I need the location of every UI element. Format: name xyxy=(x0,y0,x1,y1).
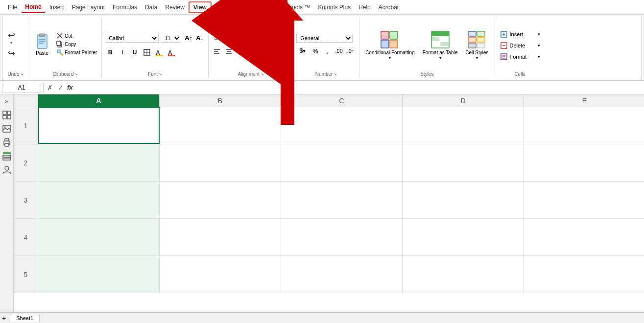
column-header-B[interactable]: B xyxy=(160,94,281,107)
cell-reference-box[interactable]: A1 xyxy=(2,83,41,92)
wrap-text-button[interactable]: Wrap Text xyxy=(259,32,276,43)
font-size-decrease-button[interactable]: A↓ xyxy=(194,33,205,44)
side-print-icon[interactable] xyxy=(2,138,12,147)
menu-review[interactable]: Review xyxy=(161,2,188,12)
cell-A4[interactable] xyxy=(38,219,160,255)
align-top-button[interactable] xyxy=(212,32,222,43)
cell-D4[interactable] xyxy=(403,219,524,255)
paste-button[interactable]: Paste xyxy=(32,32,52,57)
row-number-1[interactable]: 1 xyxy=(14,107,38,144)
cell-E5[interactable] xyxy=(524,256,644,293)
menu-acrobat[interactable]: Acrobat xyxy=(375,2,403,12)
redo-button[interactable]: ↪ xyxy=(5,47,17,60)
sheet-tab-1[interactable]: Sheet1 xyxy=(10,314,40,322)
cell-C5[interactable] xyxy=(281,256,403,293)
formula-input[interactable] xyxy=(76,84,642,92)
cell-E4[interactable] xyxy=(524,219,644,255)
column-header-C[interactable]: C xyxy=(281,94,403,107)
cell-A2[interactable] xyxy=(38,144,160,181)
format-cells-button[interactable]: Format ▾ xyxy=(498,52,542,62)
font-expand-icon[interactable]: ↘ xyxy=(159,72,162,76)
font-size-increase-button[interactable]: A↑ xyxy=(183,33,194,44)
add-sheet-button[interactable]: + xyxy=(2,314,6,322)
text-direction-button[interactable]: ↗ xyxy=(247,32,258,43)
side-image-icon[interactable] xyxy=(2,124,12,134)
menu-kutools-plus[interactable]: Kutools Plus xyxy=(314,2,355,12)
cut-button[interactable]: Cut xyxy=(55,32,98,40)
menu-insert[interactable]: Insert xyxy=(46,2,68,12)
cell-B3[interactable] xyxy=(160,182,281,218)
menu-home[interactable]: Home xyxy=(21,2,45,13)
bold-button[interactable]: B xyxy=(105,47,116,58)
side-expand-icon[interactable]: » xyxy=(2,96,12,106)
cell-E3[interactable] xyxy=(524,182,644,218)
fill-color-button[interactable]: A xyxy=(154,47,165,58)
undo-button[interactable]: ↩ ▾ xyxy=(5,29,17,46)
copy-button[interactable]: Copy xyxy=(55,40,98,48)
cell-A1[interactable] xyxy=(38,107,160,144)
align-left-button[interactable] xyxy=(212,46,222,57)
font-name-select[interactable]: Calibri xyxy=(105,34,159,43)
side-person-icon[interactable] xyxy=(2,165,12,175)
formula-cancel-button[interactable]: ✗ xyxy=(46,84,54,92)
row-number-2[interactable]: 2 xyxy=(14,144,38,181)
increase-decimal-button[interactable]: .0↑ xyxy=(345,46,356,56)
side-table-icon[interactable] xyxy=(2,151,12,161)
menu-kutools[interactable]: Kutools ™ xyxy=(279,2,314,12)
comma-button[interactable]: , xyxy=(322,46,333,56)
format-as-table-button[interactable]: Format as Table ▾ xyxy=(420,29,461,61)
column-header-E[interactable]: E xyxy=(524,94,644,107)
accounting-format-button[interactable]: $▾ xyxy=(296,46,309,56)
increase-indent-button[interactable] xyxy=(259,46,269,57)
cell-A5[interactable] xyxy=(38,256,160,293)
side-grid-icon[interactable] xyxy=(2,110,12,120)
italic-button[interactable]: I xyxy=(117,47,128,58)
row-number-3[interactable]: 3 xyxy=(14,182,38,218)
cell-D1[interactable] xyxy=(403,107,524,144)
delete-cells-button[interactable]: Delete ▾ xyxy=(498,41,542,50)
cell-C1[interactable] xyxy=(281,107,403,144)
menu-view[interactable]: View xyxy=(189,1,212,13)
cell-D2[interactable] xyxy=(403,144,524,181)
menu-help[interactable]: Help xyxy=(355,2,375,12)
insert-cells-button[interactable]: Insert ▾ xyxy=(498,29,542,39)
column-header-D[interactable]: D xyxy=(403,94,524,107)
menu-data[interactable]: Data xyxy=(141,2,161,12)
align-right-button[interactable] xyxy=(235,46,246,57)
cell-B1[interactable] xyxy=(160,107,281,144)
cell-A3[interactable] xyxy=(38,182,160,218)
cell-E1[interactable] xyxy=(524,107,644,144)
formula-confirm-button[interactable]: ✓ xyxy=(56,84,65,92)
align-middle-button[interactable] xyxy=(223,32,234,43)
column-header-A[interactable]: A xyxy=(38,94,160,107)
number-format-select[interactable]: General xyxy=(296,34,353,43)
undo-expand-icon[interactable]: ↘ xyxy=(20,72,24,76)
row-number-5[interactable]: 5 xyxy=(14,256,38,293)
border-button[interactable] xyxy=(142,47,152,58)
row-number-4[interactable]: 4 xyxy=(14,219,38,255)
cell-B4[interactable] xyxy=(160,219,281,255)
decrease-indent-button[interactable] xyxy=(247,46,258,57)
decrease-decimal-button[interactable]: .00 xyxy=(334,46,344,56)
align-center-button[interactable] xyxy=(223,46,234,57)
cell-styles-button[interactable]: Cell Styles ▾ xyxy=(462,29,491,61)
menu-formulas[interactable]: Formulas xyxy=(109,2,141,12)
align-bottom-button[interactable] xyxy=(235,32,246,43)
conditional-formatting-button[interactable]: Conditional Formatting ▾ xyxy=(362,29,418,61)
underline-button[interactable]: U xyxy=(129,47,140,58)
menu-file[interactable]: File xyxy=(4,2,21,12)
merge-center-button[interactable]: Merge ▾ xyxy=(270,46,290,57)
alignment-expand-icon[interactable]: ↘ xyxy=(261,72,264,76)
cell-D5[interactable] xyxy=(403,256,524,293)
font-color-button[interactable]: A xyxy=(166,47,177,58)
font-size-select[interactable]: 11 xyxy=(161,34,181,43)
menu-page-layout[interactable]: Page Layout xyxy=(68,2,109,12)
clipboard-expand-icon[interactable]: ↘ xyxy=(74,72,78,76)
cell-C3[interactable] xyxy=(281,182,403,218)
cell-C4[interactable] xyxy=(281,219,403,255)
number-expand-icon[interactable]: ↘ xyxy=(334,72,337,76)
cell-B5[interactable] xyxy=(160,256,281,293)
menu-automate[interactable]: Automate xyxy=(212,2,244,12)
cell-D3[interactable] xyxy=(403,182,524,218)
percent-button[interactable]: % xyxy=(310,46,321,56)
